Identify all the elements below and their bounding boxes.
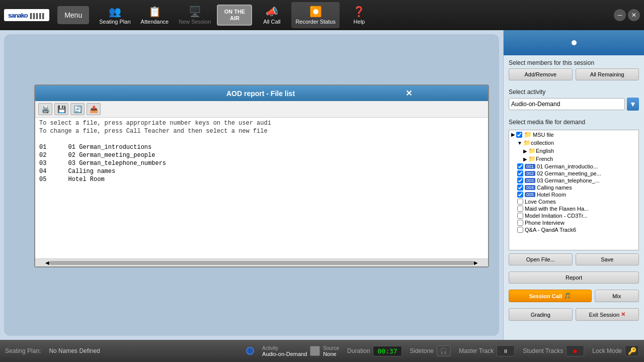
file-tree: ▶ 📁 MSU file ▼ 📁 collection ▶ 📁 English … bbox=[509, 130, 639, 250]
tree-item-005[interactable]: 005 Hotel Room bbox=[509, 191, 638, 198]
open-save-row: Open File... Save bbox=[509, 253, 639, 265]
right-panel: Select members for this session Add/Remo… bbox=[503, 30, 644, 340]
tree-french[interactable]: ▶ 📁 French bbox=[509, 155, 638, 163]
header-indicator-dot bbox=[572, 40, 577, 45]
seating-plan-button[interactable]: 👥 Seating Plan bbox=[95, 2, 134, 28]
recorder-status-button[interactable]: ⏺️ Recorder Status bbox=[291, 2, 339, 28]
master-track-label: Master Track bbox=[459, 347, 494, 354]
student-tracks-section: Student Tracks ⏺ bbox=[523, 345, 584, 356]
select-members-label: Select members for this session bbox=[509, 59, 639, 66]
tree-english[interactable]: ▶ 📁 English bbox=[509, 147, 638, 155]
help-button[interactable]: ❓ Help bbox=[342, 2, 377, 28]
master-track-section: Master Track ⏸ bbox=[459, 345, 515, 356]
tree-item-004[interactable]: 004 Calling names bbox=[509, 184, 638, 191]
aod-instruction-1: To select a file, press appropriate numb… bbox=[39, 120, 484, 127]
aod-item-04[interactable]: 04 Calling names bbox=[39, 168, 484, 175]
select-media-section: Select media file for demand bbox=[504, 119, 644, 130]
tree-item-qanda[interactable]: Q&A - QandA Track6 bbox=[509, 226, 638, 233]
duration-label: Duration bbox=[347, 347, 370, 354]
seating-plan-icon: 👥 bbox=[109, 6, 121, 18]
sidetone-button[interactable]: 🎧 bbox=[437, 345, 451, 356]
sidetone-label: Sidetone bbox=[410, 347, 434, 354]
attendance-button[interactable]: 📋 Attendance bbox=[137, 2, 173, 28]
add-remove-button[interactable]: Add/Remove bbox=[509, 68, 573, 80]
source-label: Source bbox=[323, 345, 339, 351]
activity-select-arrow[interactable]: ▼ bbox=[627, 98, 639, 111]
tree-item-maid[interactable]: Maid with the Flaxen Ha... bbox=[509, 205, 638, 212]
seating-plan-status-value: No Names Defined bbox=[49, 347, 100, 354]
tree-item-phone[interactable]: Phone Interview bbox=[509, 219, 638, 226]
duration-section: Duration 00:37 bbox=[347, 346, 402, 356]
aod-instruction-2: To change a file, press Call Teacher and… bbox=[39, 128, 484, 135]
status-led bbox=[246, 347, 254, 355]
tree-item-003[interactable]: 003 03 German_telephone_... bbox=[509, 177, 638, 184]
source-value: None bbox=[323, 351, 339, 357]
activity-select-row: Audio-on-Demand ▼ bbox=[509, 98, 639, 111]
sidetone-section: Sidetone 🎧 bbox=[410, 345, 451, 356]
open-file-button[interactable]: Open File... bbox=[509, 253, 573, 265]
all-call-button[interactable]: 📣 All Call bbox=[254, 2, 289, 28]
status-indicator bbox=[246, 347, 254, 355]
aod-export-button[interactable]: 📤 bbox=[87, 103, 101, 115]
all-call-icon: 📣 bbox=[266, 6, 278, 18]
seating-plan-status-label: Seating Plan: bbox=[5, 347, 41, 354]
master-track-control[interactable]: ⏸ bbox=[497, 345, 515, 356]
mix-button[interactable]: Mix bbox=[595, 290, 639, 302]
all-remaining-button[interactable]: All Remaining bbox=[576, 68, 639, 80]
lock-mode-section: Lock Mode 🔑 bbox=[592, 345, 639, 356]
attendance-icon: 📋 bbox=[148, 6, 161, 18]
tree-item-002[interactable]: 002 02 German_meeting_pe... bbox=[509, 170, 638, 177]
select-members-section: Select members for this session Add/Remo… bbox=[504, 55, 644, 88]
main-area: 🖥️ Jack AOD report - File list ✕ 🖨️ 💾 🔄 … bbox=[0, 30, 644, 340]
activity-section: Activity Audio-on-Demand Source None bbox=[262, 345, 339, 357]
member-buttons-row: Add/Remove All Remaining bbox=[509, 68, 639, 80]
stop-button[interactable] bbox=[310, 346, 320, 356]
aod-item-03[interactable]: 03 03 German_telephone_numbers bbox=[39, 160, 484, 167]
aod-dialog: AOD report - File list ✕ 🖨️ 💾 🔄 📤 To sel… bbox=[34, 84, 489, 267]
tree-collection[interactable]: ▼ 📁 collection bbox=[509, 139, 638, 147]
session-call-icon: 🎵 bbox=[564, 293, 571, 299]
select-activity-label: Select activity bbox=[509, 88, 639, 96]
tree-item-love-comes[interactable]: Love Comes bbox=[509, 198, 638, 205]
aod-content: To select a file, press appropriate numb… bbox=[35, 118, 488, 258]
exit-session-button[interactable]: Exit Session ✕ bbox=[576, 308, 639, 321]
aod-item-01[interactable]: 01 01 German_introductions bbox=[39, 144, 484, 151]
student-tracks-control[interactable]: ⏺ bbox=[566, 345, 584, 356]
status-bar: Seating Plan: No Names Defined Activity … bbox=[0, 340, 644, 362]
new-session-icon: 🖥️ bbox=[189, 6, 201, 18]
logo-image: sanako ▌▌▌▌▌ bbox=[4, 9, 49, 21]
aod-item-02[interactable]: 02 02 German_meeting_people bbox=[39, 152, 484, 159]
aod-save-button[interactable]: 💾 bbox=[54, 103, 68, 115]
student-tracks-label: Student Tracks bbox=[523, 347, 563, 354]
help-icon: ❓ bbox=[353, 6, 365, 18]
save-button[interactable]: Save bbox=[576, 253, 639, 265]
rp-bottom-buttons: Open File... Save Report Session Call 🎵 … bbox=[504, 250, 644, 328]
aod-print-button[interactable]: 🖨️ bbox=[38, 103, 52, 115]
lock-mode-control[interactable]: 🔑 bbox=[625, 345, 639, 356]
close-button[interactable]: ✕ bbox=[628, 9, 640, 21]
on-air-button[interactable]: ON THE AIR bbox=[217, 5, 252, 26]
aod-horizontal-scrollbar[interactable]: ◀ ▶ bbox=[35, 258, 488, 266]
minimize-button[interactable]: ─ bbox=[614, 9, 626, 21]
new-session-button[interactable]: 🖥️ New Session bbox=[175, 2, 215, 28]
tree-item-001[interactable]: 001 01 German_introductio... bbox=[509, 163, 638, 170]
tree-root[interactable]: ▶ 📁 MSU file bbox=[509, 130, 638, 139]
lock-mode-label: Lock Mode bbox=[592, 347, 622, 354]
activity-select[interactable]: Audio-on-Demand bbox=[509, 98, 625, 110]
session-call-row: Session Call 🎵 Mix bbox=[509, 290, 639, 302]
aod-item-05[interactable]: 05 Hotel Room bbox=[39, 176, 484, 183]
grading-button[interactable]: Grading bbox=[509, 308, 573, 321]
aod-title: AOD report - File list bbox=[187, 89, 335, 98]
aod-close-button[interactable]: ✕ bbox=[335, 88, 483, 98]
session-call-button[interactable]: Session Call 🎵 bbox=[509, 290, 592, 302]
aod-refresh-button[interactable]: 🔄 bbox=[70, 103, 85, 115]
grading-exit-row: Grading Exit Session ✕ bbox=[509, 308, 639, 321]
recorder-status-icon: ⏺️ bbox=[309, 6, 322, 18]
tree-item-model[interactable]: Model Imitation - CD3Tr... bbox=[509, 212, 638, 219]
right-panel-header bbox=[504, 30, 644, 55]
report-button[interactable]: Report bbox=[509, 272, 639, 284]
select-activity-section: Select activity Audio-on-Demand ▼ bbox=[504, 88, 644, 119]
menu-button[interactable]: Menu bbox=[57, 6, 89, 24]
activity-label: Activity bbox=[262, 345, 307, 351]
left-panel: 🖥️ Jack AOD report - File list ✕ 🖨️ 💾 🔄 … bbox=[4, 34, 499, 336]
